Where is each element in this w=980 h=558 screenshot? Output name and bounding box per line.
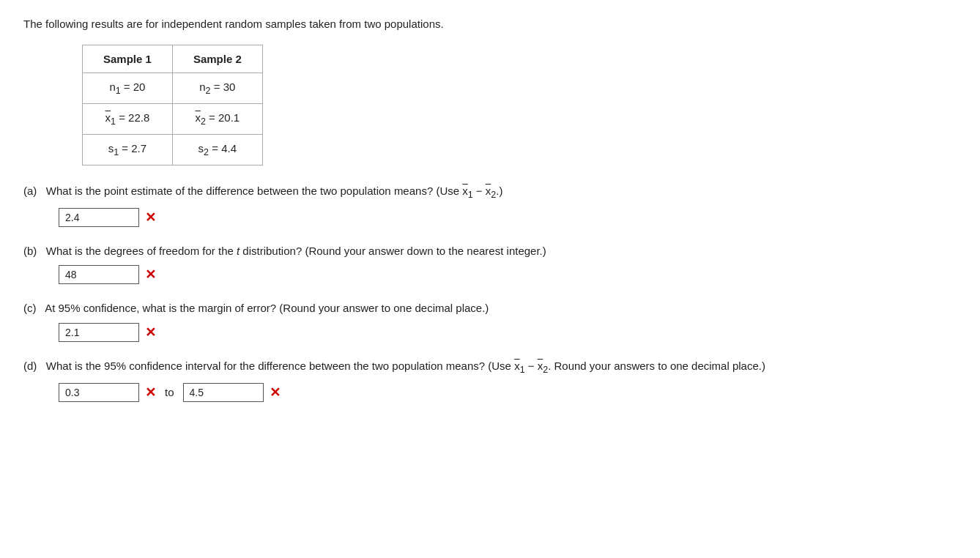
- question-a-error-icon: ✕: [145, 209, 156, 226]
- question-a-answer-row: ✕: [59, 208, 957, 227]
- question-d-high-error-icon: ✕: [270, 384, 281, 401]
- table-row-n: n1 = 20 n2 = 30: [83, 73, 263, 104]
- question-b-prefix: (b): [23, 245, 37, 257]
- question-d-text: What is the 95% confidence interval for …: [46, 360, 514, 372]
- question-d-answer-row: ✕ to ✕: [59, 383, 957, 402]
- cell-n1: n1 = 20: [83, 73, 173, 104]
- data-table-container: Sample 1 Sample 2 n1 = 20 n2 = 30 x1 = 2…: [82, 45, 957, 165]
- question-a-text: What is the point estimate of the differ…: [46, 185, 462, 197]
- cell-xbar2: x2 = 20.1: [172, 104, 262, 135]
- question-d-high-input[interactable]: [183, 383, 264, 402]
- table-row-s: s1 = 2.7 s2 = 4.4: [83, 135, 263, 165]
- cell-xbar1: x1 = 22.8: [83, 104, 173, 135]
- question-b-text: What is the degrees of freedom for the t…: [46, 245, 546, 257]
- question-c-error-icon: ✕: [145, 324, 156, 341]
- to-label: to: [165, 386, 174, 398]
- question-a-label: (a) What is the point estimate of the di…: [23, 183, 957, 202]
- question-d-low-input[interactable]: [59, 383, 139, 402]
- cell-s2: s2 = 4.4: [172, 135, 262, 165]
- question-d-label: (d) What is the 95% confidence interval …: [23, 358, 957, 377]
- question-b: (b) What is the degrees of freedom for t…: [23, 243, 957, 285]
- cell-n2: n2 = 30: [172, 73, 262, 104]
- question-b-answer-row: ✕: [59, 265, 957, 284]
- question-c-label: (c) At 95% confidence, what is the margi…: [23, 300, 957, 317]
- cell-s1: s1 = 2.7: [83, 135, 173, 165]
- sample-table: Sample 1 Sample 2 n1 = 20 n2 = 30 x1 = 2…: [82, 45, 263, 165]
- question-c-input[interactable]: [59, 323, 139, 342]
- question-a-prefix: (a): [23, 185, 37, 197]
- intro-text: The following results are for independen…: [23, 18, 957, 30]
- table-row-xbar: x1 = 22.8 x2 = 20.1: [83, 104, 263, 135]
- question-c-text: At 95% confidence, what is the margin of…: [45, 302, 489, 314]
- question-a-input[interactable]: [59, 208, 139, 227]
- col-header-sample2: Sample 2: [172, 45, 262, 73]
- question-b-input[interactable]: [59, 265, 139, 284]
- question-d-prefix: (d): [23, 360, 37, 372]
- question-c-prefix: (c): [23, 302, 37, 314]
- question-d-low-error-icon: ✕: [145, 384, 156, 401]
- question-c-answer-row: ✕: [59, 323, 957, 342]
- question-d: (d) What is the 95% confidence interval …: [23, 358, 957, 402]
- question-b-error-icon: ✕: [145, 267, 156, 283]
- question-c: (c) At 95% confidence, what is the margi…: [23, 300, 957, 342]
- question-a: (a) What is the point estimate of the di…: [23, 183, 957, 227]
- col-header-sample1: Sample 1: [83, 45, 173, 73]
- question-b-label: (b) What is the degrees of freedom for t…: [23, 243, 957, 260]
